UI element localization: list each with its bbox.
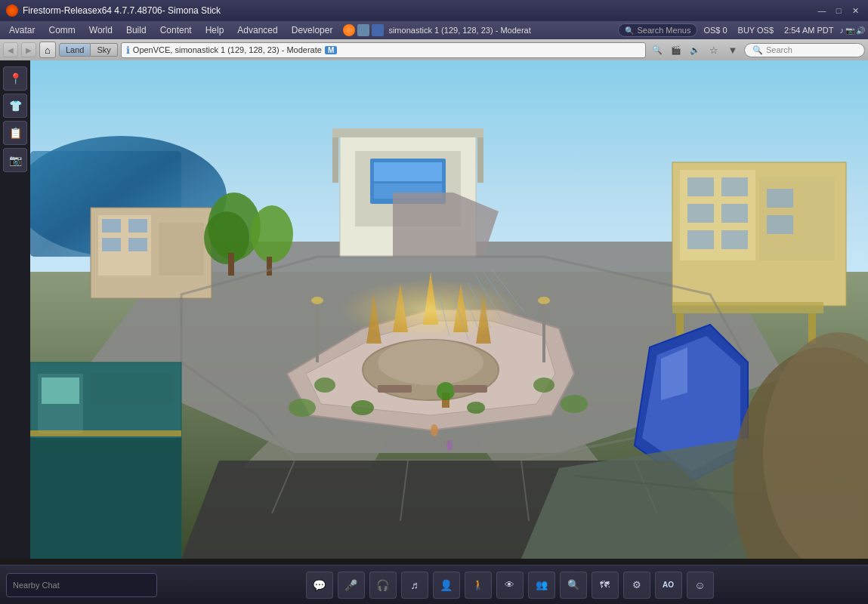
home-button[interactable]: ⌂ bbox=[39, 42, 56, 58]
svg-rect-20 bbox=[128, 238, 147, 251]
movement-button[interactable]: 🚶 bbox=[465, 572, 492, 599]
sidebar-camera-button[interactable]: 📷 bbox=[3, 148, 27, 172]
land-sky-toggle: Land Sky bbox=[59, 43, 118, 57]
svg-rect-92 bbox=[542, 302, 545, 362]
svg-rect-28 bbox=[687, 230, 714, 249]
svg-rect-59 bbox=[30, 438, 181, 559]
menu-comm[interactable]: Comm bbox=[42, 23, 81, 37]
gesture-button[interactable]: ☺ bbox=[687, 572, 714, 599]
nav-dropdown-icon[interactable]: ▼ bbox=[724, 42, 741, 58]
forward-button[interactable]: ▶ bbox=[21, 42, 36, 57]
menu-build[interactable]: Build bbox=[120, 23, 153, 37]
favorite-icon[interactable]: ☆ bbox=[706, 42, 722, 58]
search-menus-box[interactable]: 🔍 Search Menus bbox=[618, 23, 697, 37]
headset-button[interactable]: 🎧 bbox=[369, 572, 397, 599]
svg-rect-18 bbox=[128, 219, 147, 233]
svg-rect-71 bbox=[378, 385, 412, 393]
group-button[interactable]: 👥 bbox=[528, 572, 555, 599]
location-bar[interactable]: ℹ OpenVCE, simonastick 1 (129, 128, 23) … bbox=[121, 42, 646, 58]
menu-help[interactable]: Help bbox=[199, 23, 230, 37]
app-icon bbox=[6, 5, 18, 17]
parcel-info-icon[interactable]: 🔍 bbox=[649, 42, 666, 58]
svg-rect-30 bbox=[767, 189, 793, 208]
moderate-badge: M bbox=[325, 46, 337, 54]
map-pin-icon: 📍 bbox=[9, 72, 22, 85]
toolbar-center: 💬 🎤 🎧 ♬ 👤 🚶 👁 👥 🔍 🗺 ⚙ AO ☺ bbox=[157, 572, 862, 599]
left-sidebar: 📍 👕 📋 📷 bbox=[0, 60, 30, 559]
sidebar-inventory-button[interactable]: 📋 bbox=[3, 121, 27, 145]
svg-rect-24 bbox=[687, 177, 714, 196]
close-button[interactable]: ✕ bbox=[848, 4, 862, 17]
nav-right-icons: 🔍 🎬 🔊 ☆ ▼ bbox=[649, 42, 741, 58]
svg-point-89 bbox=[314, 378, 335, 393]
svg-rect-8 bbox=[374, 162, 442, 181]
menu-avatar[interactable]: Avatar bbox=[3, 23, 41, 37]
menu-developer[interactable]: Developer bbox=[286, 23, 339, 37]
menu-bar: Avatar Comm World Build Content Help Adv… bbox=[0, 21, 868, 39]
svg-point-86 bbox=[289, 399, 316, 417]
search-placeholder-text: Search bbox=[766, 45, 792, 54]
svg-point-47 bbox=[340, 279, 521, 340]
camera-icon: 📷 bbox=[9, 154, 22, 166]
world-icon bbox=[372, 24, 384, 36]
svg-rect-16 bbox=[159, 223, 204, 276]
menu-content[interactable]: Content bbox=[154, 23, 198, 37]
parcel-media-icon[interactable]: 🎬 bbox=[668, 42, 684, 58]
settings-button[interactable]: ⚙ bbox=[623, 572, 650, 599]
back-button[interactable]: ◀ bbox=[3, 42, 18, 57]
svg-rect-61 bbox=[91, 374, 174, 404]
svg-point-36 bbox=[204, 211, 249, 264]
title-bar: Firestorm-Releasex64 4.7.7.48706- Simona… bbox=[0, 0, 868, 21]
parcel-sound-icon[interactable]: 🔊 bbox=[687, 42, 703, 58]
svg-point-85 bbox=[446, 440, 453, 451]
user-avatar-icon bbox=[343, 24, 355, 36]
search-button[interactable]: 🔍 bbox=[560, 572, 587, 599]
people-button[interactable]: 👤 bbox=[433, 572, 460, 599]
buy-os-button[interactable]: BUY OS$ bbox=[734, 26, 779, 35]
search-icon: 🔍 bbox=[625, 26, 634, 35]
maximize-button[interactable]: □ bbox=[832, 4, 845, 17]
menu-advanced[interactable]: Advanced bbox=[231, 23, 283, 37]
menu-world[interactable]: World bbox=[83, 23, 119, 37]
svg-rect-25 bbox=[721, 177, 748, 196]
svg-rect-32 bbox=[672, 302, 823, 313]
svg-rect-29 bbox=[721, 230, 748, 249]
svg-point-84 bbox=[431, 424, 438, 436]
svg-rect-90 bbox=[316, 302, 319, 362]
sidebar-avatar-button[interactable]: 👕 bbox=[3, 94, 27, 118]
svg-rect-11 bbox=[332, 137, 338, 183]
svg-point-38 bbox=[251, 205, 293, 263]
svg-point-68 bbox=[467, 402, 485, 414]
mic-button[interactable]: 🎤 bbox=[338, 572, 365, 599]
minimap-button[interactable]: 🗺 bbox=[592, 572, 619, 599]
svg-rect-31 bbox=[767, 215, 793, 234]
svg-point-93 bbox=[538, 297, 550, 304]
tshirt-icon: 👕 bbox=[9, 100, 22, 112]
minimize-button[interactable]: — bbox=[815, 4, 829, 17]
svg-rect-72 bbox=[453, 385, 487, 393]
bottom-toolbar: Nearby Chat 💬 🎤 🎧 ♬ 👤 🚶 👁 👥 🔍 🗺 ⚙ AO ☺ bbox=[0, 565, 868, 604]
ao-button[interactable]: AO bbox=[655, 572, 682, 599]
window-controls: — □ ✕ bbox=[815, 4, 862, 17]
svg-point-56 bbox=[378, 340, 483, 385]
nearby-chat-input[interactable]: Nearby Chat bbox=[6, 573, 157, 597]
sky-button[interactable]: Sky bbox=[91, 43, 117, 57]
os-balance: OS$ 0 bbox=[699, 26, 731, 35]
land-button[interactable]: Land bbox=[59, 43, 91, 57]
svg-rect-37 bbox=[228, 253, 234, 276]
sidebar-map-button[interactable]: 📍 bbox=[3, 66, 27, 91]
nearby-chat-label: Nearby Chat bbox=[13, 581, 60, 590]
scene-svg bbox=[30, 60, 868, 559]
svg-rect-10 bbox=[332, 128, 483, 137]
music-note-icon: ♪ bbox=[840, 26, 845, 35]
camera-view-button[interactable]: 👁 bbox=[496, 572, 524, 599]
location-search-bar[interactable]: 🔍 Search bbox=[744, 43, 865, 57]
location-text: OpenVCE, simonastick 1 (129, 128, 23) - … bbox=[133, 45, 322, 54]
svg-point-67 bbox=[351, 400, 374, 415]
volume-icon: 🔊 bbox=[856, 26, 865, 35]
world-viewport bbox=[30, 60, 868, 559]
svg-point-91 bbox=[311, 297, 323, 304]
svg-rect-12 bbox=[477, 137, 483, 183]
chat-button[interactable]: 💬 bbox=[306, 572, 333, 599]
music-button[interactable]: ♬ bbox=[401, 572, 428, 599]
